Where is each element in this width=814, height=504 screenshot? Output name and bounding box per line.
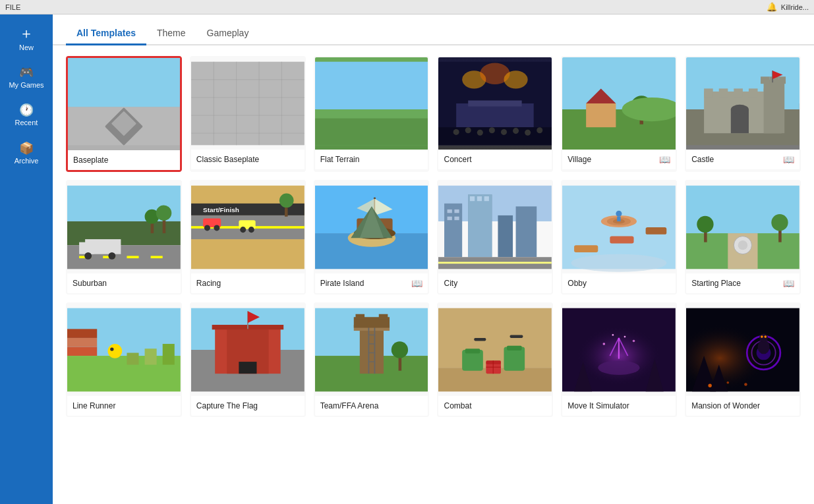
- card-name-pirate-island: Pirate Island: [320, 279, 364, 288]
- card-name-obby: Obby: [567, 279, 587, 288]
- svg-rect-155: [355, 314, 364, 320]
- template-card-classic-baseplate[interactable]: Classic Baseplate: [190, 56, 306, 172]
- svg-point-75: [204, 225, 210, 231]
- sidebar: ＋ New 🎮 My Games 🕐 Recent 📦 Archive: [0, 14, 53, 504]
- card-label-baseplate: Baseplate: [68, 150, 180, 170]
- thumbnail-line-runner: [67, 304, 181, 396]
- card-name-castle: Castle: [691, 155, 714, 164]
- card-name-starting-place: Starting Place: [691, 279, 741, 288]
- svg-rect-170: [510, 335, 523, 338]
- template-card-castle[interactable]: Castle 📖: [685, 56, 801, 172]
- notification-icon: 🔔: [767, 2, 777, 12]
- svg-point-190: [761, 335, 763, 338]
- svg-point-196: [744, 383, 747, 386]
- svg-point-64: [108, 252, 115, 260]
- svg-point-189: [759, 334, 768, 343]
- card-label-line-runner: Line Runner: [67, 396, 181, 416]
- template-card-starting-place[interactable]: Starting Place 📖: [685, 180, 801, 294]
- sidebar-item-archive[interactable]: 📦 Archive: [0, 136, 53, 172]
- tab-all-templates[interactable]: All Templates: [66, 22, 146, 45]
- thumbnail-starting-place: [686, 181, 799, 273]
- svg-point-80: [279, 193, 294, 208]
- card-name-flat-terrain: Flat Terrain: [320, 155, 360, 164]
- svg-rect-95: [455, 210, 459, 213]
- template-card-combat[interactable]: Combat: [437, 302, 553, 417]
- card-label-mansion-of-wonder: Mansion of Wonder: [686, 396, 799, 416]
- svg-point-131: [107, 344, 122, 358]
- thumbnail-capture-the-flag: [191, 304, 305, 396]
- plus-icon: ＋: [19, 26, 34, 41]
- sidebar-item-new[interactable]: ＋ New: [0, 20, 53, 59]
- template-card-capture-the-flag[interactable]: Capture The Flag: [190, 302, 306, 417]
- svg-rect-59: [127, 256, 138, 258]
- template-card-suburban[interactable]: Suburban: [66, 180, 182, 294]
- thumbnail-baseplate: [68, 58, 180, 150]
- sidebar-item-recent-label: Recent: [15, 119, 38, 127]
- svg-rect-103: [498, 215, 513, 257]
- template-card-racing[interactable]: Start/Finish: [190, 180, 306, 294]
- svg-rect-47: [761, 76, 770, 84]
- template-card-city[interactable]: City: [437, 180, 553, 294]
- card-label-move-it-simulator: Move It Simulator: [562, 396, 676, 416]
- template-card-mansion-of-wonder[interactable]: Mansion of Wonder: [685, 302, 801, 417]
- template-grid: Baseplate: [66, 56, 801, 417]
- svg-rect-101: [477, 196, 482, 201]
- template-card-move-it-simulator[interactable]: Move It Simulator: [561, 302, 677, 417]
- svg-rect-49: [778, 76, 786, 84]
- svg-rect-99: [469, 194, 492, 257]
- svg-rect-42: [719, 88, 728, 98]
- svg-point-115: [616, 211, 622, 217]
- card-label-castle: Castle 📖: [686, 150, 799, 169]
- template-card-obby[interactable]: Obby: [561, 180, 677, 294]
- card-label-village: Village 📖: [562, 150, 676, 169]
- svg-rect-128: [67, 347, 97, 356]
- template-card-line-runner[interactable]: Line Runner: [66, 302, 182, 417]
- svg-point-132: [110, 347, 113, 350]
- svg-text:Start/Finish: Start/Finish: [203, 206, 239, 213]
- svg-point-108: [571, 254, 667, 272]
- tab-theme[interactable]: Theme: [146, 22, 196, 45]
- template-card-concert[interactable]: Concert: [437, 56, 553, 172]
- sidebar-item-my-games[interactable]: 🎮 My Games: [0, 60, 53, 96]
- grid-area: Baseplate: [53, 45, 814, 504]
- svg-rect-146: [359, 326, 383, 374]
- svg-rect-111: [646, 227, 667, 235]
- svg-rect-106: [438, 262, 552, 264]
- svg-rect-13: [315, 62, 428, 109]
- archive-icon: 📦: [19, 142, 34, 154]
- card-name-mansion-of-wonder: Mansion of Wonder: [691, 401, 760, 410]
- card-label-classic-baseplate: Classic Baseplate: [191, 150, 305, 169]
- svg-rect-0: [68, 63, 180, 107]
- svg-rect-156: [378, 314, 388, 320]
- svg-rect-164: [507, 346, 522, 350]
- thumbnail-mansion-of-wonder: [686, 304, 799, 396]
- thumbnail-racing: Start/Finish: [191, 181, 305, 273]
- svg-rect-129: [67, 338, 97, 347]
- thumbnail-suburban: [67, 181, 181, 273]
- svg-point-24: [465, 127, 471, 133]
- svg-rect-133: [127, 353, 138, 365]
- tab-bar: All Templates Theme Gameplay: [53, 14, 814, 45]
- tab-gameplay[interactable]: Gameplay: [196, 22, 260, 45]
- template-card-village[interactable]: Village 📖: [561, 56, 677, 172]
- template-card-flat-terrain[interactable]: Flat Terrain: [314, 56, 430, 172]
- template-card-team-ffa-arena[interactable]: Team/FFA Arena: [314, 302, 430, 417]
- template-card-pirate-island[interactable]: Pirate Island 📖: [314, 180, 430, 294]
- card-name-combat: Combat: [444, 401, 471, 410]
- svg-point-76: [214, 225, 219, 231]
- svg-rect-130: [67, 329, 97, 338]
- sidebar-item-recent[interactable]: 🕐 Recent: [0, 98, 53, 134]
- file-menu[interactable]: FILE: [5, 3, 20, 11]
- card-label-combat: Combat: [438, 396, 552, 416]
- card-name-racing: Racing: [196, 279, 221, 288]
- card-label-team-ffa-arena: Team/FFA Arena: [315, 396, 428, 416]
- thumbnail-team-ffa-arena: [315, 304, 428, 396]
- card-name-city: City: [444, 279, 457, 288]
- card-name-team-ffa-arena: Team/FFA Arena: [320, 401, 379, 410]
- svg-point-25: [477, 130, 483, 136]
- template-card-baseplate[interactable]: Baseplate: [66, 56, 182, 172]
- thumbnail-pirate-island: [315, 181, 428, 273]
- svg-point-194: [709, 384, 712, 387]
- svg-point-158: [391, 341, 407, 358]
- thumbnail-combat: [438, 304, 552, 396]
